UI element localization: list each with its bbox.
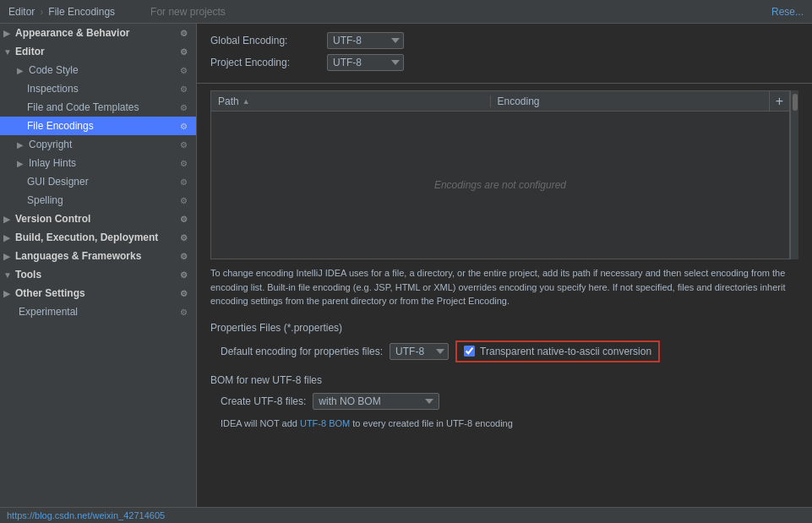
sidebar-item-code-style[interactable]: ▶ Code Style ⚙	[0, 61, 196, 79]
bom-select[interactable]: with NO BOM with BOM	[313, 393, 439, 410]
sidebar-item-label: Other Settings	[15, 287, 85, 299]
utf8-bom-link[interactable]: UTF-8 BOM	[300, 418, 350, 428]
sidebar-item-file-code-templates[interactable]: File and Code Templates ⚙	[0, 98, 196, 117]
properties-encoding-select[interactable]: UTF-8 UTF-16	[390, 343, 449, 360]
for-new-projects: For new projects	[150, 6, 226, 18]
sidebar-item-label: Appearance & Behavior	[15, 27, 129, 39]
main-layout: ▶ Appearance & Behavior ⚙ ▼ Editor ⚙ ▶ C…	[0, 24, 812, 507]
table-empty-message: Encodings are not configured	[434, 179, 566, 191]
sidebar-item-gui-designer[interactable]: GUI Designer ⚙	[0, 172, 196, 191]
settings-icon11: ⚙	[177, 213, 189, 225]
sidebar-item-appearance[interactable]: ▶ Appearance & Behavior ⚙	[0, 24, 196, 42]
table-container: Path ▲ Encoding + Encodings are not conf…	[210, 90, 798, 259]
transparent-conversion-checkbox[interactable]	[464, 346, 475, 357]
sidebar-item-experimental[interactable]: Experimental ⚙	[0, 302, 196, 321]
triangle-icon: ▶	[3, 29, 12, 38]
create-utf8-label: Create UTF-8 files:	[221, 395, 306, 407]
sidebar-item-label: Inlay Hints	[29, 157, 76, 169]
settings-icon14: ⚙	[177, 269, 189, 281]
triangle-lang: ▶	[3, 252, 12, 261]
global-encoding-select[interactable]: UTF-8 UTF-16 ISO-8859-1	[327, 32, 404, 49]
col-path-label: Path	[218, 95, 239, 107]
top-bar: Editor › File Encodings For new projects…	[0, 0, 812, 24]
sidebar: ▶ Appearance & Behavior ⚙ ▼ Editor ⚙ ▶ C…	[0, 24, 197, 507]
table-scrollbar[interactable]	[790, 90, 798, 259]
breadcrumb-sep: ›	[40, 6, 43, 18]
encoding-table: Path ▲ Encoding + Encodings are not conf…	[210, 90, 790, 259]
breadcrumb-editor: Editor	[8, 6, 35, 18]
reset-button[interactable]: Rese...	[771, 6, 804, 18]
transparent-conversion-wrapper: Transparent native-to-ascii conversion	[455, 340, 660, 362]
triangle-icon-editor: ▼	[3, 47, 12, 57]
col-encoding[interactable]: Encoding	[491, 95, 770, 107]
settings-icon8: ⚙	[177, 157, 189, 169]
col-encoding-label: Encoding	[498, 95, 540, 107]
triangle-build: ▶	[3, 233, 12, 242]
url-bar: https://blog.csdn.net/weixin_42714605	[0, 507, 812, 523]
triangle-vc: ▶	[3, 215, 12, 224]
bom-section: BOM for new UTF-8 files Create UTF-8 fil…	[210, 374, 798, 410]
settings-icon: ⚙	[177, 27, 189, 39]
bom-info: IDEA will NOT add UTF-8 BOM to every cre…	[221, 418, 798, 428]
info-text: To change encoding IntelliJ IDEA uses fo…	[210, 266, 798, 308]
properties-title: Properties Files (*.properties)	[210, 322, 798, 334]
table-body: Encodings are not configured	[211, 112, 789, 259]
sidebar-item-other-settings[interactable]: ▶ Other Settings ⚙	[0, 284, 196, 302]
sidebar-item-editor[interactable]: ▼ Editor ⚙	[0, 42, 196, 61]
triangle-icon-cs: ▶	[17, 66, 25, 75]
sidebar-item-languages[interactable]: ▶ Languages & Frameworks ⚙	[0, 247, 196, 265]
triangle-icon-copy: ▶	[17, 140, 25, 150]
sidebar-item-label: File and Code Templates	[27, 101, 139, 113]
global-encoding-label: Global Encoding:	[210, 35, 320, 46]
sidebar-item-inlay-hints[interactable]: ▶ Inlay Hints ⚙	[0, 154, 196, 172]
sidebar-item-label: Inspections	[27, 83, 79, 95]
settings-icon3: ⚙	[177, 64, 189, 76]
settings-icon5: ⚙	[177, 101, 189, 113]
table-header: Path ▲ Encoding +	[211, 91, 789, 112]
scrollbar-thumb	[793, 94, 798, 111]
sidebar-item-label: Copyright	[29, 139, 72, 150]
col-path[interactable]: Path ▲	[211, 95, 491, 107]
transparent-conversion-label: Transparent native-to-ascii conversion	[480, 346, 651, 357]
project-encoding-select[interactable]: UTF-8 UTF-16 ISO-8859-1	[327, 54, 404, 71]
sidebar-item-label: Editor	[15, 46, 45, 57]
bom-info-suffix: to every created file in UTF-8 encoding	[350, 418, 513, 428]
sidebar-item-spelling[interactable]: Spelling ⚙	[0, 191, 196, 210]
add-row-button[interactable]: +	[769, 91, 789, 112]
sidebar-item-label: Tools	[15, 269, 41, 281]
project-encoding-label: Project Encoding:	[210, 57, 320, 68]
sidebar-item-build-execution[interactable]: ▶ Build, Execution, Deployment ⚙	[0, 228, 196, 247]
settings-icon12: ⚙	[177, 232, 189, 243]
settings-icon7: ⚙	[177, 139, 189, 150]
sidebar-item-label: Spelling	[27, 194, 63, 206]
sidebar-item-label: Experimental	[19, 306, 78, 318]
settings-icon2: ⚙	[177, 46, 189, 57]
triangle-tools: ▼	[3, 270, 12, 280]
default-encoding-label: Default encoding for properties files:	[221, 346, 383, 357]
sidebar-item-label: Build, Execution, Deployment	[15, 232, 158, 243]
settings-icon15: ⚙	[177, 287, 189, 299]
settings-icon9: ⚙	[177, 176, 189, 188]
triangle-other: ▶	[3, 289, 12, 298]
settings-icon13: ⚙	[177, 250, 189, 262]
sidebar-item-inspections[interactable]: Inspections ⚙	[0, 79, 196, 98]
properties-row: Default encoding for properties files: U…	[221, 340, 798, 362]
triangle-icon-inlay: ▶	[17, 159, 25, 168]
sidebar-item-label: Languages & Frameworks	[15, 250, 141, 262]
sidebar-item-version-control[interactable]: ▶ Version Control ⚙	[0, 210, 196, 228]
sidebar-item-label: Code Style	[29, 64, 79, 76]
project-encoding-row: Project Encoding: UTF-8 UTF-16 ISO-8859-…	[210, 54, 798, 71]
content-area: Global Encoding: UTF-8 UTF-16 ISO-8859-1…	[197, 24, 812, 507]
sidebar-item-file-encodings[interactable]: File Encodings ⚙	[0, 117, 196, 135]
sidebar-item-label: GUI Designer	[27, 176, 89, 188]
encoding-top: Global Encoding: UTF-8 UTF-16 ISO-8859-1…	[197, 24, 812, 84]
settings-icon10: ⚙	[177, 194, 189, 206]
settings-icon4: ⚙	[177, 83, 189, 95]
sidebar-item-label: File Encodings	[27, 120, 94, 132]
sidebar-item-tools[interactable]: ▼ Tools ⚙	[0, 265, 196, 284]
sort-arrow-icon: ▲	[243, 97, 250, 106]
bom-title: BOM for new UTF-8 files	[210, 374, 798, 386]
sidebar-item-copyright[interactable]: ▶ Copyright ⚙	[0, 135, 196, 154]
bom-info-prefix: IDEA will NOT add	[221, 418, 300, 428]
breadcrumb-file-encodings: File Encodings	[48, 6, 115, 18]
